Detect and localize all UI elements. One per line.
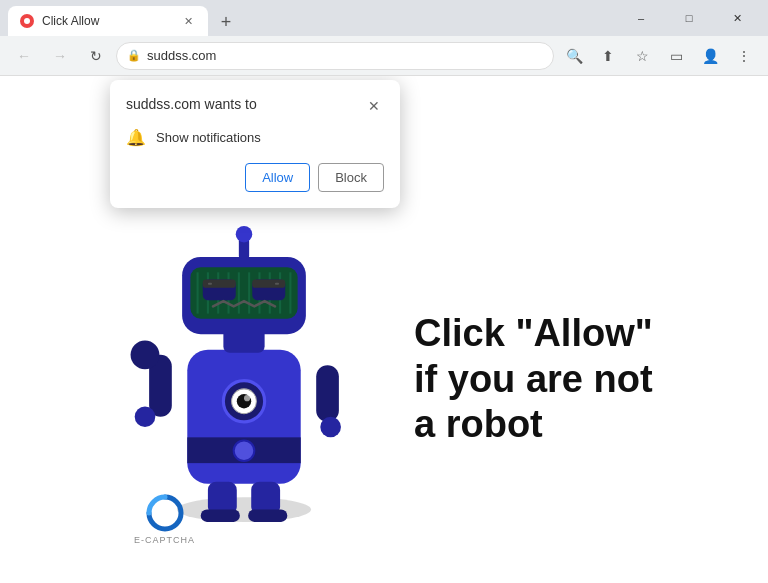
page-content: suddss.com wants to ✕ 🔔 Show notificatio… (0, 76, 768, 583)
popup-title: suddss.com wants to (126, 96, 257, 112)
tab-close-btn[interactable]: ✕ (180, 13, 196, 29)
tab-bar: Click Allow ✕ + (8, 0, 614, 36)
svg-rect-30 (252, 279, 285, 287)
navigation-bar: ← → ↻ 🔒 suddss.com 🔍 ⬆ ☆ ▭ 👤 ⋮ (0, 36, 768, 76)
svg-rect-4 (316, 365, 339, 422)
back-button[interactable]: ← (8, 40, 40, 72)
tab-title: Click Allow (42, 14, 172, 28)
ecaptcha-logo: E-CAPTCHA (134, 493, 195, 545)
popup-notification-label: Show notifications (156, 130, 261, 145)
ecaptcha-icon (145, 493, 185, 533)
robot-svg (114, 195, 374, 525)
notification-popup: suddss.com wants to ✕ 🔔 Show notificatio… (110, 80, 400, 208)
bell-icon: 🔔 (126, 128, 146, 147)
captcha-text: Click "Allow" if you are not a robot (414, 311, 674, 448)
svg-rect-27 (203, 279, 236, 287)
forward-button[interactable]: → (44, 40, 76, 72)
svg-point-2 (131, 340, 160, 369)
window-controls: – □ ✕ (618, 3, 760, 33)
menu-icon-btn[interactable]: ⋮ (728, 40, 760, 72)
ecaptcha-label: E-CAPTCHA (134, 535, 195, 545)
maximize-button[interactable]: □ (666, 3, 712, 33)
search-icon-btn[interactable]: 🔍 (558, 40, 590, 72)
svg-point-33 (236, 225, 253, 242)
popup-close-button[interactable]: ✕ (364, 96, 384, 116)
bookmark-icon-btn[interactable]: ☆ (626, 40, 658, 72)
popup-header: suddss.com wants to ✕ (126, 96, 384, 116)
svg-rect-36 (201, 509, 240, 521)
reload-button[interactable]: ↻ (80, 40, 112, 72)
minimize-button[interactable]: – (618, 3, 664, 33)
popup-buttons: Allow Block (126, 163, 384, 192)
svg-point-5 (320, 416, 341, 437)
title-bar: Click Allow ✕ + – □ ✕ (0, 0, 768, 36)
svg-point-0 (177, 497, 311, 522)
svg-rect-37 (248, 509, 287, 521)
profile-icon-btn[interactable]: 👤 (694, 40, 726, 72)
svg-point-8 (234, 440, 255, 461)
browser-window: Click Allow ✕ + – □ ✕ ← → ↻ 🔒 suddss.com… (0, 0, 768, 583)
close-button[interactable]: ✕ (714, 3, 760, 33)
active-tab[interactable]: Click Allow ✕ (8, 6, 208, 36)
svg-point-3 (135, 406, 156, 427)
new-tab-button[interactable]: + (212, 8, 240, 36)
sidebar-icon-btn[interactable]: ▭ (660, 40, 692, 72)
allow-button[interactable]: Allow (245, 163, 310, 192)
tab-favicon (20, 14, 34, 28)
block-button[interactable]: Block (318, 163, 384, 192)
content-wrapper: E-CAPTCHA Click "Allow" if you are not a… (94, 155, 674, 565)
share-icon-btn[interactable]: ⬆ (592, 40, 624, 72)
svg-rect-28 (208, 282, 212, 284)
svg-point-12 (244, 395, 250, 401)
popup-notification-row: 🔔 Show notifications (126, 128, 384, 147)
url-text: suddss.com (147, 48, 543, 63)
robot-illustration: E-CAPTCHA (94, 195, 404, 565)
nav-right-buttons: 🔍 ⬆ ☆ ▭ 👤 ⋮ (558, 40, 760, 72)
lock-icon: 🔒 (127, 49, 141, 62)
address-bar[interactable]: 🔒 suddss.com (116, 42, 554, 70)
svg-rect-31 (275, 282, 279, 284)
